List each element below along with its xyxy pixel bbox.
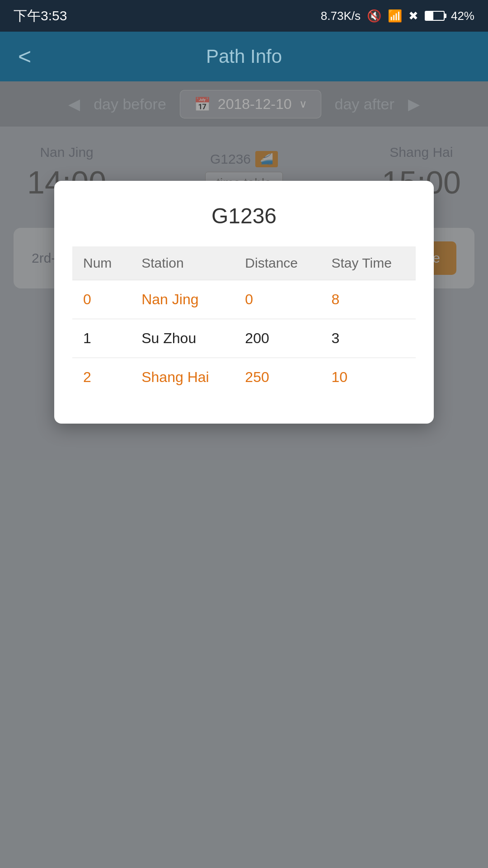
wifi-icon: 📶 [388,9,402,23]
sim-icon: ✖ [408,9,418,23]
table-header-row: Num Station Distance Stay Time [72,246,416,280]
table-cell-0: 1 [72,319,131,358]
status-right: 8.73K/s 🔇 📶 ✖ 42% [321,9,474,23]
battery-percent: 42% [451,9,474,23]
back-button[interactable]: < [18,43,31,70]
table-cell-1: Shang Hai [131,358,234,397]
table-cell-1: Nan Jing [131,280,234,319]
table-cell-3: 10 [320,358,416,397]
table-cell-3: 3 [320,319,416,358]
header-title: Path Info [206,46,282,67]
table-cell-2: 250 [234,358,320,397]
status-time: 下午3:53 [14,7,67,25]
status-bar: 下午3:53 8.73K/s 🔇 📶 ✖ 42% [0,0,488,32]
network-speed: 8.73K/s [321,9,361,23]
bg-content: ◀ day before 📅 2018-12-10 ∨ day after ▶ … [0,81,488,868]
table-cell-2: 200 [234,319,320,358]
battery-icon [425,11,445,21]
mute-icon: 🔇 [367,9,381,23]
table-cell-0: 2 [72,358,131,397]
col-header-num: Num [72,246,131,280]
modal-dialog: G1236 Num Station Distance Stay Time 0Na… [54,181,434,424]
app-header: < Path Info [0,32,488,81]
table-cell-1: Su Zhou [131,319,234,358]
col-header-station: Station [131,246,234,280]
timetable: Num Station Distance Stay Time 0Nan Jing… [72,246,416,396]
table-row: 2Shang Hai25010 [72,358,416,397]
table-row: 0Nan Jing08 [72,280,416,319]
table-cell-3: 8 [320,280,416,319]
col-header-staytime: Stay Time [320,246,416,280]
modal-title: G1236 [72,203,416,228]
table-cell-2: 0 [234,280,320,319]
overlay-backdrop: G1236 Num Station Distance Stay Time 0Na… [0,81,488,868]
table-cell-0: 0 [72,280,131,319]
col-header-distance: Distance [234,246,320,280]
table-row: 1Su Zhou2003 [72,319,416,358]
